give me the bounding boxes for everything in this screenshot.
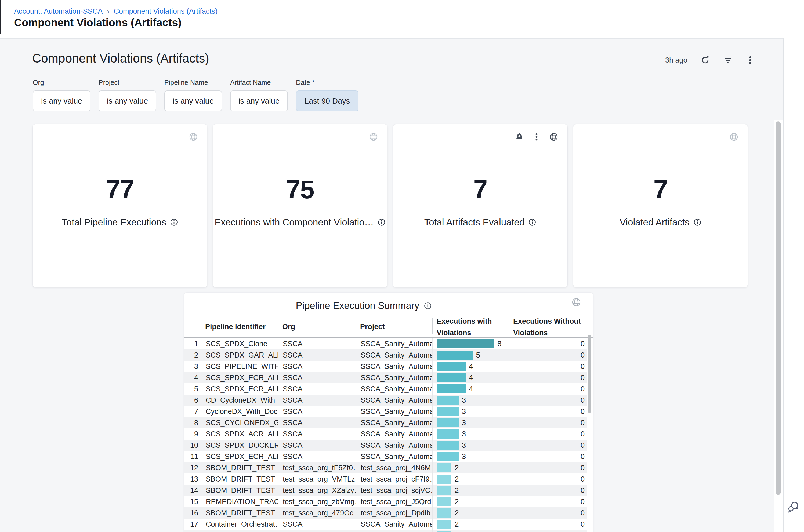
violations-bar [437, 520, 451, 529]
dashboard-controls: 3h ago [665, 55, 755, 65]
col-executions-without-violations[interactable]: Executions Without Violations [513, 316, 581, 339]
filter-date-value-button[interactable]: Last 90 Days [296, 91, 358, 111]
globe-icon[interactable] [729, 132, 738, 141]
cell-org: test_ssca_org_tF5Zf0… [278, 462, 356, 474]
filter-pipeline-name-value-button[interactable]: is any value [164, 91, 222, 111]
row-index: 12 [184, 462, 201, 474]
row-index: 17 [184, 518, 201, 530]
table-body: 1 SCS_SPDX_Clone SSCA SSCA_Sanity_Automa… [184, 338, 587, 532]
header-separator [278, 318, 279, 334]
cell-pipeline-identifier: SCS_PIPELINE_WITH… [201, 361, 278, 372]
table-row[interactable]: 7 CycloneDX_With_Doc… SSCA SSCA_Sanity_A… [184, 406, 587, 417]
table-row[interactable]: 2 [184, 530, 587, 532]
table-row[interactable]: 14 SBOM_DRIFT_TEST test_ssca_org_XZalzy…… [184, 485, 587, 496]
violations-bar [437, 463, 451, 472]
breadcrumb-account-link[interactable]: Account: Automation-SSCA [14, 7, 102, 16]
panel-title: Pipeline Execution Summary [296, 300, 419, 311]
bell-plus-icon[interactable] [515, 132, 524, 141]
violations-count: 3 [462, 396, 466, 404]
kpi-label: Total Pipeline Executions [62, 217, 166, 228]
kpi-cards-row: 77 Total Pipeline Executions 75 Executio… [33, 124, 748, 287]
cell-executions-with-violations: 2 [432, 530, 509, 532]
cell-org: SSCA [278, 383, 356, 395]
violations-count: 2 [455, 520, 459, 529]
cell-project [356, 530, 432, 532]
cell-project: SSCA_Sanity_Automa… [356, 361, 432, 372]
globe-icon[interactable] [189, 132, 198, 141]
cell-pipeline-identifier: SBOM_DRIFT_TEST [201, 474, 278, 485]
table-row[interactable]: 17 Container_Orchestrat… SSCA SSCA_Sanit… [184, 518, 587, 530]
violations-bar [437, 531, 451, 532]
violations-bar [437, 373, 466, 382]
table-row[interactable]: 10 SCS_SPDX_DOCKER_… SSCA SSCA_Sanity_Au… [184, 440, 587, 451]
table-row[interactable]: 3 SCS_PIPELINE_WITH… SSCA SSCA_Sanity_Au… [184, 361, 587, 372]
header-divider [0, 38, 783, 39]
table-row[interactable]: 12 SBOM_DRIFT_TEST test_ssca_org_tF5Zf0…… [184, 462, 587, 474]
cell-pipeline-identifier: SBOM_DRIFT_TEST [201, 462, 278, 474]
cell-executions-with-violations: 2 [432, 518, 509, 530]
filter-artifact-name-value-button[interactable]: is any value [230, 91, 288, 111]
filter-icon[interactable] [723, 55, 733, 65]
filter-project-value-button[interactable]: is any value [98, 91, 156, 111]
globe-icon[interactable] [572, 298, 581, 307]
table-row[interactable]: 5 SCS_SPDX_ECR_ALL_… SSCA SSCA_Sanity_Au… [184, 383, 587, 395]
violations-count: 3 [462, 418, 466, 427]
cell-executions-without-violations [509, 530, 587, 532]
table-row[interactable]: 2 SCS_SPDX_GAR_ALL… SSCA SSCA_Sanity_Aut… [184, 349, 587, 361]
breadcrumb-page-link[interactable]: Component Violations (Artifacts) [114, 7, 218, 16]
col-pipeline-identifier[interactable]: Pipeline Identifier [205, 321, 266, 332]
cell-executions-with-violations: 2 [432, 474, 509, 485]
filter-bar: Org is any value Project is any value Pi… [33, 79, 358, 111]
filter-org: Org is any value [33, 79, 91, 111]
kpi-label: Executions with Component Violatio… [214, 217, 374, 228]
cell-org [278, 530, 356, 532]
filter-org-value-button[interactable]: is any value [33, 91, 91, 111]
info-icon[interactable] [170, 218, 178, 226]
cell-executions-with-violations: 3 [432, 417, 509, 429]
cell-executions-with-violations: 3 [432, 395, 509, 406]
cell-pipeline-identifier: SCS_SPDX_Clone [201, 338, 278, 349]
cell-project: SSCA_Sanity_Automa… [356, 518, 432, 530]
info-icon[interactable] [424, 302, 432, 310]
cell-pipeline-identifier: SCS_SPDX_GAR_ALL… [201, 349, 278, 361]
table-row[interactable]: 9 SCS_SPDX_ACR_ALL… SSCA SSCA_Sanity_Aut… [184, 429, 587, 440]
table-row[interactable]: 1 SCS_SPDX_Clone SSCA SSCA_Sanity_Automa… [184, 338, 587, 349]
filter-pipeline-name: Pipeline Name is any value [164, 79, 222, 111]
violations-bar [437, 430, 459, 439]
kpi-label: Total Artifacts Evaluated [424, 217, 525, 228]
table-row[interactable]: 13 SBOM_DRIFT_TEST test_ssca_org_VMTLz… … [184, 474, 587, 485]
table-row[interactable]: 6 CD_CycloneDX_With_… SSCA SSCA_Sanity_A… [184, 395, 587, 406]
chat-icon[interactable] [787, 500, 800, 513]
cell-project: SSCA_Sanity_Automa… [356, 338, 432, 349]
cell-project: SSCA_Sanity_Automa… [356, 406, 432, 417]
col-executions-with-violations[interactable]: Executions with Violations [437, 316, 492, 339]
col-org[interactable]: Org [282, 321, 295, 332]
table-row[interactable]: 4 SCS_SPDX_ECR_ALL_… SSCA SSCA_Sanity_Au… [184, 372, 587, 383]
refresh-icon[interactable] [700, 55, 710, 65]
cell-executions-with-violations: 3 [432, 406, 509, 417]
kebab-menu-icon[interactable] [746, 55, 755, 65]
nav-edge-accent [0, 0, 1, 34]
info-icon[interactable] [693, 218, 702, 226]
globe-icon[interactable] [549, 132, 558, 141]
info-icon[interactable] [528, 218, 536, 226]
cell-executions-with-violations: 2 [432, 507, 509, 518]
table-row[interactable]: 15 REMEDIATION_TRAC… test_ssca_org_zbVmg… [184, 496, 587, 507]
info-icon[interactable] [377, 218, 386, 226]
row-index: 6 [184, 395, 201, 406]
table-row[interactable]: 16 SBOM_DRIFT_TEST test_ssca_org_479Gc… … [184, 507, 587, 518]
cell-org: SSCA [278, 349, 356, 361]
cell-executions-without-violations: 0 [509, 440, 587, 451]
kebab-menu-icon[interactable] [532, 132, 541, 141]
filter-label: Artifact Name [230, 79, 288, 87]
row-index: 16 [184, 507, 201, 518]
col-project[interactable]: Project [360, 321, 385, 332]
cell-executions-without-violations: 0 [509, 361, 587, 372]
table-row[interactable]: 8 SCS_CYCLONEDX_GA… SSCA SSCA_Sanity_Aut… [184, 417, 587, 429]
kpi-label: Violated Artifacts [619, 217, 689, 228]
cell-executions-without-violations: 0 [509, 496, 587, 507]
table-row[interactable]: 11 SCS_SPDX_ECR_ALL_… SSCA SSCA_Sanity_A… [184, 451, 587, 462]
globe-icon[interactable] [369, 132, 378, 141]
page-scrollbar[interactable] [776, 121, 781, 495]
table-scrollbar[interactable] [587, 335, 591, 413]
